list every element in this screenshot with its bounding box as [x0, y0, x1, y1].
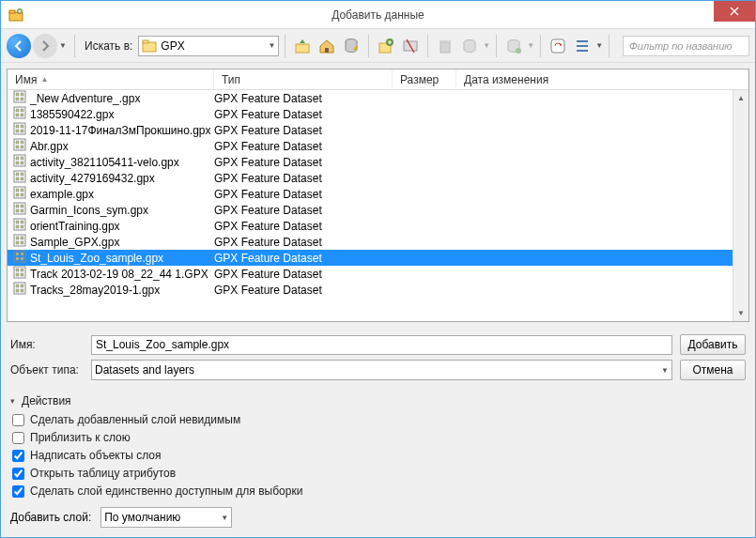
file-row[interactable]: St_Louis_Zoo_sample.gpxGPX Feature Datas…: [8, 250, 748, 266]
cancel-button[interactable]: Отмена: [680, 360, 746, 380]
file-name: St_Louis_Zoo_sample.gpx: [30, 252, 163, 265]
file-row[interactable]: activity_4279169432.gpxGPX Feature Datas…: [8, 170, 748, 186]
scroll-up-arrow[interactable]: ▲: [733, 90, 748, 106]
file-list-area: Имя▲ Тип Размер Дата изменения _New Adve…: [7, 69, 749, 322]
checkbox[interactable]: [12, 485, 24, 498]
action-checkbox-row[interactable]: Открыть таблицу атрибутов: [12, 467, 746, 480]
file-row[interactable]: 2019-11-17ФиналЗмПрокшино.gpxGPX Feature…: [8, 122, 748, 138]
file-row[interactable]: _New Adventure_.gpxGPX Feature Dataset: [8, 90, 748, 106]
add-layer-combo[interactable]: По умолчанию▼: [100, 507, 232, 528]
checkbox[interactable]: [12, 468, 24, 480]
up-level-button[interactable]: [291, 35, 314, 57]
file-type: GPX Feature Dataset: [214, 188, 393, 201]
file-name: Garmin_Icons_sym.gpx: [30, 204, 148, 217]
action-checkbox-row[interactable]: Сделать добавленный слой невидимым: [12, 413, 746, 426]
name-input[interactable]: St_Louis_Zoo_sample.gpx: [91, 335, 672, 355]
app-icon: [8, 8, 23, 23]
svg-rect-63: [16, 237, 19, 239]
svg-rect-34: [21, 141, 23, 144]
file-row[interactable]: 1385590422.gpxGPX Feature Dataset: [8, 106, 748, 122]
checkbox-label: Сделать добавленный слой невидимым: [30, 413, 240, 426]
svg-rect-48: [16, 189, 19, 192]
file-name: activity_4279169432.gpx: [30, 172, 155, 185]
checkbox[interactable]: [12, 432, 24, 444]
nav-back-button[interactable]: [7, 34, 31, 58]
svg-rect-39: [21, 157, 23, 160]
file-row[interactable]: Sample_GPX.gpxGPX Feature Dataset: [8, 234, 748, 250]
refresh-button[interactable]: [547, 35, 569, 57]
gpx-file-icon: [13, 266, 26, 282]
svg-rect-18: [16, 93, 19, 96]
nav-forward-button[interactable]: [33, 34, 57, 58]
sort-asc-icon: ▲: [40, 75, 48, 84]
column-size-header[interactable]: Размер: [393, 69, 456, 89]
svg-rect-50: [16, 193, 19, 196]
chevron-down-icon: ▼: [221, 514, 228, 522]
checkbox-label: Надписать объекты слоя: [30, 449, 162, 462]
action-checkbox-row[interactable]: Надписать объекты слоя: [12, 449, 746, 462]
svg-rect-28: [16, 125, 19, 128]
filter-input[interactable]: Фильтр по названию: [623, 36, 749, 56]
add-button[interactable]: Добавить: [680, 334, 746, 355]
look-in-label: Искать в:: [85, 39, 132, 53]
svg-rect-33: [16, 141, 19, 144]
svg-rect-64: [21, 237, 23, 239]
action-checkbox-row[interactable]: Сделать слой единственно доступным для в…: [12, 484, 746, 498]
file-row[interactable]: Garmin_Icons_sym.gpxGPX Feature Dataset: [8, 202, 748, 218]
vertical-scrollbar[interactable]: ▲ ▼: [733, 90, 748, 321]
file-row[interactable]: orientTraining.gpxGPX Feature Dataset: [8, 218, 748, 234]
svg-rect-23: [16, 109, 19, 112]
checkbox[interactable]: [12, 450, 24, 462]
file-type: GPX Feature Dataset: [214, 156, 393, 169]
list-view-button[interactable]: [571, 35, 594, 57]
window-title: Добавить данные: [1, 8, 755, 22]
gpx-file-icon: [13, 282, 26, 298]
action-checkbox-row[interactable]: Приблизить к слою: [12, 431, 746, 444]
name-label: Имя:: [10, 338, 84, 351]
svg-rect-71: [21, 257, 23, 260]
connect-geodb-button[interactable]: [502, 35, 525, 57]
delete-button[interactable]: [434, 35, 456, 57]
bottom-inputs: Имя: St_Louis_Zoo_sample.gpx Добавить Об…: [1, 328, 755, 391]
file-name: activity_3821105411-velo.gpx: [30, 156, 179, 169]
svg-rect-43: [16, 173, 19, 176]
file-row[interactable]: Track 2013-02-19 08_22_44 1.GPXGPX Featu…: [8, 266, 748, 282]
object-type-label: Объект типа:: [10, 363, 84, 377]
file-row[interactable]: Abr.gpxGPX Feature Dataset: [8, 138, 748, 154]
close-button[interactable]: [714, 1, 755, 22]
file-row[interactable]: example.gpxGPX Feature Dataset: [8, 186, 748, 202]
svg-rect-30: [16, 130, 19, 132]
add-layer-label: Добавить слой:: [10, 511, 91, 524]
svg-rect-11: [440, 42, 450, 53]
file-row[interactable]: Tracks_28may2019-1.gpxGPX Feature Datase…: [8, 282, 748, 298]
svg-rect-45: [16, 177, 19, 180]
svg-rect-51: [21, 193, 23, 196]
checkbox-label: Приблизить к слою: [30, 431, 131, 444]
file-name: Abr.gpx: [30, 140, 69, 153]
disconnect-button[interactable]: [399, 35, 422, 57]
column-date-header[interactable]: Дата изменения: [456, 69, 748, 89]
gpx-file-icon: [13, 186, 26, 202]
svg-rect-44: [21, 173, 23, 176]
svg-rect-69: [21, 253, 23, 255]
new-db-button[interactable]: [458, 35, 481, 57]
svg-rect-73: [16, 269, 19, 271]
checkbox[interactable]: [12, 414, 24, 426]
svg-rect-56: [21, 209, 23, 212]
svg-point-15: [516, 48, 521, 54]
file-row[interactable]: activity_3821105411-velo.gpxGPX Feature …: [8, 154, 748, 170]
svg-rect-12: [440, 40, 451, 42]
column-name-header[interactable]: Имя▲: [8, 69, 214, 89]
object-type-combo[interactable]: Datasets and layers▼: [91, 360, 672, 380]
scroll-down-arrow[interactable]: ▼: [733, 305, 748, 321]
nav-history-dropdown[interactable]: ▼: [59, 41, 69, 50]
database-button[interactable]: [340, 35, 363, 57]
new-connection-button[interactable]: [375, 35, 397, 57]
look-in-combo[interactable]: GPX ▼: [138, 36, 279, 56]
gpx-file-icon: [13, 106, 26, 122]
file-rows: _New Adventure_.gpxGPX Feature Dataset13…: [8, 90, 748, 321]
home-button[interactable]: [316, 35, 338, 57]
actions-disclosure[interactable]: ▾ Действия: [10, 394, 746, 407]
file-type: GPX Feature Dataset: [214, 140, 393, 153]
column-type-header[interactable]: Тип: [214, 69, 393, 89]
